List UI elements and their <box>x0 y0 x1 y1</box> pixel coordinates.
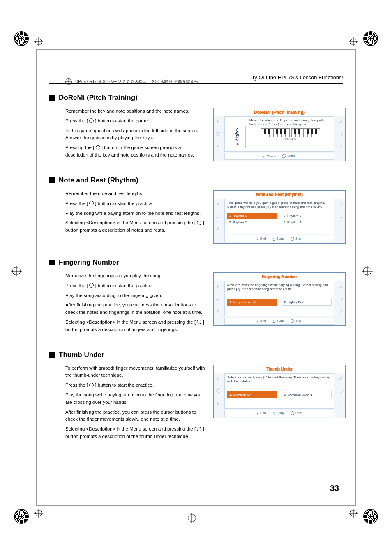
close-button[interactable]: Close <box>263 154 275 158</box>
circle-icon <box>89 383 94 387</box>
doremi-body: Remember the key and note positions and … <box>49 108 205 161</box>
circle-icon <box>89 201 94 205</box>
reg-mark-header-r <box>350 39 357 45</box>
rhythm-option-4[interactable]: 4: Rhythm 4 <box>282 220 332 225</box>
song-option-1[interactable]: 1: DOREMI UP <box>227 391 277 398</box>
crop-disc-tr <box>363 31 378 46</box>
panel-desc: Now let's learn the fingerings while pla… <box>227 283 332 291</box>
panel-title: Thumb Under <box>214 365 345 373</box>
circle-icon <box>197 221 201 225</box>
end-button[interactable]: End <box>256 237 266 240</box>
deco-notes-right: ♫♪♪ <box>334 373 345 418</box>
reg-mark-center-bottom <box>188 514 204 530</box>
thumb-body: To perform with smooth finger movements,… <box>49 365 205 443</box>
song-button[interactable]: Song <box>272 319 284 322</box>
section-title-doremi: DoReMi (Pitch Training) <box>49 94 343 102</box>
deco-notes-left: ♪♫♪ <box>214 116 224 161</box>
panel-footer: End Song Start <box>224 318 334 325</box>
game-button[interactable]: Game <box>282 154 296 158</box>
deco-notes-left: ♪♫♪ <box>214 373 224 418</box>
section-title-noterest: Note and Rest (Rhythm) <box>49 176 343 184</box>
song-button[interactable]: Song <box>272 411 284 415</box>
deco-notes-right: ♫♪♪ <box>334 116 345 161</box>
circle-icon <box>197 320 201 324</box>
deco-notes-right: ♫♪♪ <box>334 199 345 243</box>
panel-desc: Memorize where the keys and notes are, a… <box>249 118 332 127</box>
circle-icon <box>96 145 100 150</box>
page-number: 33 <box>330 484 339 493</box>
song-button[interactable]: Song <box>272 237 284 240</box>
rhythm-option-2[interactable]: 2: Rhythm 2 <box>227 220 277 225</box>
deco-notes-left: ♪♫♪ <box>214 281 224 325</box>
mode-label: Middle C <box>249 137 332 140</box>
reg-mark-left <box>12 267 29 283</box>
noterest-body: Remember the note and rest lengths. Pres… <box>49 190 205 244</box>
crop-disc-tl <box>14 31 29 46</box>
running-head: Try Out the HPi-7S's Lesson Functions! <box>49 74 343 81</box>
section-title-thumb: Thumb Under <box>49 351 343 359</box>
end-button[interactable]: End <box>256 319 266 322</box>
start-button[interactable]: Start <box>291 319 302 322</box>
song-option-1[interactable]: 1: Mary Had A Littl <box>227 299 277 306</box>
deco-notes-left: ♪♫♪ <box>214 199 224 243</box>
circle-icon <box>89 118 94 123</box>
crop-disc-br <box>363 509 378 524</box>
reg-mark-right <box>363 267 380 283</box>
noterest-panel: ♪ ♬ ♫ ♪ ♬ ♫ ♪ ♬ ♫ ♪ ♬ ♫ ♪ ♬ ♫ ♪ ♬ ♫ ♪ ♬ … <box>213 190 346 244</box>
fingering-panel: ♪ ♬ ♫ ♪ ♬ ♫ ♪ ♬ ♫ ♪ ♬ ♫ ♪ ♬ ♫ ♪ ♬ ♫ ♪ ♬ … <box>213 272 346 326</box>
thumb-panel: ♪ ♬ ♫ ♪ ♬ ♫ ♪ ♬ ♫ ♪ ♬ ♫ ♪ ♬ ♫ ♪ ♬ ♫ ♪ ♬ … <box>213 365 346 418</box>
panel-footer: End Song Start <box>224 410 334 417</box>
panel-title: DoReMi (Pitch Training) <box>214 108 345 116</box>
start-button[interactable]: Start <box>291 237 302 240</box>
circle-icon <box>197 427 201 431</box>
start-button[interactable]: Start <box>291 411 302 415</box>
panel-desc: This game will help you gain a good gras… <box>227 201 332 209</box>
treble-clef-icon: 𝄞 𝅝 <box>227 126 246 148</box>
panel-desc: Select a song and press [○] to start the… <box>227 375 332 384</box>
rhythm-option-1[interactable]: 1: Rhythm 1 <box>227 213 277 219</box>
reg-mark-footer-r <box>350 510 357 516</box>
panel-title: Note and Rest (Rhythm) <box>214 191 345 199</box>
keyboard-icon <box>249 128 332 137</box>
song-option-2[interactable]: 2: Lightly Row <box>282 299 332 306</box>
page-frame: HPi-7S-e.book 33 ページ ２００８年４月２日 水曜日 午前９時４… <box>36 49 356 506</box>
panel-footer: End Song Start <box>224 235 334 242</box>
header-rule <box>49 83 343 84</box>
fingering-body: Memorize the fingerings as you play the … <box>49 272 205 336</box>
section-title-fingering: Fingering Number <box>49 258 343 267</box>
panel-title: Fingering Number <box>214 273 345 281</box>
reg-mark-footer-l <box>35 510 42 516</box>
deco-notes-right: ♫♪♪ <box>334 281 345 325</box>
panel-footer: Close Game <box>224 153 334 160</box>
reg-mark-header <box>35 39 42 45</box>
rhythm-option-3[interactable]: 3: Rhythm 3 <box>282 213 332 219</box>
end-button[interactable]: End <box>256 411 266 415</box>
song-option-2[interactable]: 2: DOREMI DOWN <box>282 391 332 398</box>
crop-disc-bl <box>14 509 29 524</box>
circle-icon <box>89 283 94 288</box>
doremi-panel: ♪ ♬ ♫ ♪ ♬ ♫ ♪ ♬ ♫ ♪ ♬ ♫ ♪ ♬ ♫ ♪ ♬ ♫ ♪ ♬ … <box>213 108 346 161</box>
